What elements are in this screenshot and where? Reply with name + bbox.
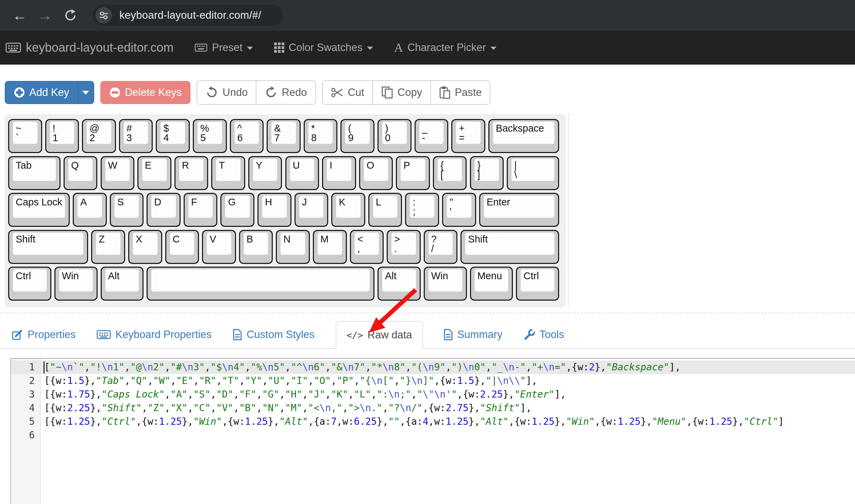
- keyboard-key[interactable]: <,: [350, 230, 384, 264]
- keyboard-key[interactable]: Enter: [479, 193, 559, 227]
- keyboard-key[interactable]: Win: [424, 267, 467, 301]
- keyboard-key[interactable]: M: [313, 230, 347, 264]
- keyboard-key[interactable]: )0: [378, 119, 412, 153]
- keycap-face: R: [179, 158, 204, 182]
- keyboard-key[interactable]: P: [396, 156, 430, 190]
- tab-custom-styles[interactable]: Custom Styles: [233, 321, 315, 348]
- raw-data-editor[interactable]: 1["~\n`","!\n1","@\n2","#\n3","$\n4","%\…: [10, 358, 855, 504]
- keyboard-key[interactable]: Z: [91, 230, 125, 264]
- keyboard-key[interactable]: >.: [387, 230, 421, 264]
- keyboard-key[interactable]: !1: [45, 119, 79, 153]
- keyboard-key[interactable]: +=: [451, 119, 485, 153]
- keyboard-key[interactable]: X: [128, 230, 162, 264]
- redo-button[interactable]: Redo: [256, 81, 315, 104]
- keyboard-key[interactable]: Shift: [8, 230, 88, 264]
- keyboard-key[interactable]: $4: [156, 119, 190, 153]
- keyboard-key[interactable]: A: [73, 193, 107, 227]
- keyboard-key[interactable]: Tab: [8, 156, 61, 190]
- tab-raw-data[interactable]: </> Raw data: [336, 321, 423, 349]
- keyboard-key[interactable]: Shift: [460, 230, 559, 264]
- keycap-face: H: [262, 195, 287, 218]
- key-top-label: Win: [431, 270, 448, 282]
- keyboard-key[interactable]: Menu: [470, 267, 513, 301]
- url-text[interactable]: keyboard-layout-editor.com/#/: [119, 9, 261, 21]
- keyboard-key[interactable]: Alt: [378, 267, 421, 301]
- keyboard-key[interactable]: J: [295, 193, 329, 227]
- keyboard-key[interactable]: #3: [119, 119, 153, 153]
- keyboard-key[interactable]: D: [147, 193, 181, 227]
- keyboard-key[interactable]: Q: [64, 156, 98, 190]
- keyboard-key[interactable]: Ctrl: [516, 267, 559, 301]
- browser-back-icon[interactable]: ←: [10, 7, 29, 24]
- paste-button[interactable]: Paste: [430, 81, 490, 104]
- tab-tools[interactable]: Tools: [523, 321, 564, 348]
- code-line[interactable]: 6: [11, 429, 855, 442]
- brand[interactable]: keyboard-layout-editor.com: [5, 40, 173, 55]
- keyboard-key[interactable]: G: [220, 193, 254, 227]
- code-line[interactable]: 3[{w:1.75},"Caps Lock","A","S","D","F","…: [11, 388, 855, 401]
- keyboard-key[interactable]: ^6: [230, 119, 264, 153]
- keyboard-key[interactable]: O: [359, 156, 393, 190]
- keyboard-key[interactable]: (9: [340, 119, 374, 153]
- code-line[interactable]: 1["~\n`","!\n1","@\n2","#\n3","$\n4","%\…: [11, 360, 855, 374]
- keyboard-key[interactable]: |\: [507, 156, 559, 190]
- keyboard-key[interactable]: W: [101, 156, 135, 190]
- tab-summary[interactable]: Summary: [443, 321, 503, 348]
- keyboard-key[interactable]: C: [165, 230, 199, 264]
- keyboard-key[interactable]: R: [174, 156, 208, 190]
- keyboard-key[interactable]: %5: [193, 119, 227, 153]
- copy-button[interactable]: Copy: [372, 81, 430, 104]
- keyboard-key[interactable]: V: [202, 230, 236, 264]
- keyboard-key[interactable]: Backspace: [488, 119, 559, 153]
- keyboard-key[interactable]: _-: [415, 119, 449, 153]
- keyboard-key[interactable]: Alt: [101, 267, 144, 301]
- delete-keys-button[interactable]: Delete Keys: [100, 81, 190, 104]
- keyboard-key[interactable]: L: [368, 193, 402, 227]
- code-line[interactable]: 5[{w:1.25},"Ctrl",{w:1.25},"Win",{w:1.25…: [11, 415, 855, 429]
- keyboard-key[interactable]: F: [184, 193, 218, 227]
- keyboard-area-divider: [568, 114, 569, 308]
- add-key-button[interactable]: Add Key: [5, 81, 77, 104]
- keyboard-key[interactable]: :;: [405, 193, 439, 227]
- undo-button[interactable]: Undo: [197, 81, 256, 104]
- keyboard-key[interactable]: U: [285, 156, 319, 190]
- menu-character-picker[interactable]: A Character Picker: [394, 41, 497, 54]
- cut-button[interactable]: Cut: [323, 81, 372, 104]
- site-settings-icon[interactable]: [96, 7, 112, 23]
- add-key-dropdown-button[interactable]: [77, 81, 94, 104]
- keyboard-key[interactable]: &7: [267, 119, 301, 153]
- browser-reload-icon[interactable]: [61, 9, 80, 22]
- keyboard-key[interactable]: ?/: [424, 230, 458, 264]
- keyboard-key[interactable]: K: [331, 193, 365, 227]
- code-lines[interactable]: 1["~\n`","!\n1","@\n2","#\n3","$\n4","%\…: [11, 360, 855, 442]
- address-bar[interactable]: keyboard-layout-editor.com/#/: [93, 5, 283, 26]
- keyboard-key[interactable]: B: [239, 230, 273, 264]
- keyboard-key[interactable]: [147, 267, 374, 301]
- keyboard-key[interactable]: S: [110, 193, 144, 227]
- keycap-face: <,: [354, 232, 380, 255]
- code-line[interactable]: 4[{w:2.25},"Shift","Z","X","C","V","B","…: [11, 401, 855, 415]
- keyboard-key[interactable]: *8: [304, 119, 338, 153]
- file-icon: [443, 329, 453, 340]
- tab-keyboard-properties[interactable]: Keyboard Properties: [97, 321, 212, 348]
- tab-properties[interactable]: Properties: [12, 321, 76, 348]
- menu-preset[interactable]: Preset: [195, 41, 253, 54]
- tab-label: Custom Styles: [247, 329, 315, 341]
- keyboard-key[interactable]: "': [442, 193, 476, 227]
- keyboard-key[interactable]: Ctrl: [8, 267, 51, 301]
- keyboard-key[interactable]: Caps Lock: [8, 193, 70, 227]
- keyboard-key[interactable]: {[: [433, 156, 467, 190]
- keyboard-key[interactable]: T: [211, 156, 245, 190]
- keyboard-key[interactable]: ~`: [8, 119, 42, 153]
- menu-color-swatches[interactable]: Color Swatches: [274, 41, 373, 54]
- code-line[interactable]: 2[{w:1.5},"Tab","Q","W","E","R","T","Y",…: [11, 374, 855, 388]
- browser-forward-icon[interactable]: →: [35, 7, 54, 24]
- keyboard-key[interactable]: Win: [54, 267, 98, 301]
- keyboard-key[interactable]: H: [257, 193, 291, 227]
- keyboard-key[interactable]: N: [276, 230, 310, 264]
- keyboard-key[interactable]: @2: [82, 119, 116, 153]
- keyboard-key[interactable]: I: [322, 156, 356, 190]
- keyboard-key[interactable]: Y: [248, 156, 282, 190]
- keyboard-key[interactable]: }]: [470, 156, 504, 190]
- keyboard-key[interactable]: E: [137, 156, 171, 190]
